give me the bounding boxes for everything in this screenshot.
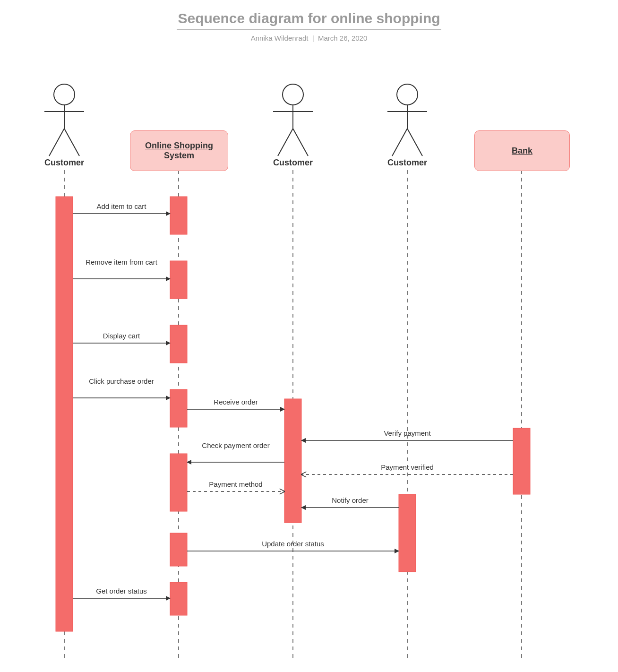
activation-customer1 — [56, 197, 73, 631]
message-label: Payment verified — [301, 463, 513, 471]
message-label: Payment method — [187, 480, 284, 488]
activation-system — [170, 454, 187, 511]
message-label: Add item to cart — [73, 202, 170, 210]
activation-bank — [513, 428, 530, 494]
message-label: Notify order — [301, 496, 399, 504]
svg-line-5 — [64, 129, 79, 156]
activation-system — [170, 389, 187, 427]
message-label: Verify payment — [301, 429, 513, 437]
actor-label-customer2: Customer — [262, 158, 324, 168]
actor-label-customer3: Customer — [377, 158, 438, 168]
message-label: Get order status — [73, 587, 170, 595]
message-label: Update order status — [187, 540, 399, 548]
activation-system — [170, 325, 187, 363]
svg-line-12 — [293, 129, 308, 156]
object-header-label-bank: Bank — [512, 146, 532, 156]
object-header-label-system: Online Shopping System — [130, 141, 228, 161]
message-label: Click purchase order — [73, 377, 170, 385]
svg-line-4 — [49, 129, 64, 156]
activation-customer3 — [399, 494, 416, 572]
svg-point-1 — [54, 84, 75, 105]
activation-system — [170, 261, 187, 299]
actor-label-customer1: Customer — [34, 158, 95, 168]
message-label: Check payment order — [187, 441, 284, 449]
activation-system — [170, 533, 187, 566]
activation-system — [170, 197, 187, 234]
svg-line-18 — [407, 129, 422, 156]
activation-customer2 — [284, 399, 301, 523]
message-label: Receive order — [187, 398, 284, 406]
object-header-bank: Bank — [474, 130, 570, 171]
svg-point-8 — [283, 84, 303, 105]
svg-line-17 — [392, 129, 407, 156]
message-label: Display cart — [73, 332, 170, 340]
activation-system — [170, 582, 187, 615]
message-label: Remove item from cart — [73, 258, 170, 266]
svg-line-11 — [278, 129, 293, 156]
svg-point-14 — [397, 84, 418, 105]
object-header-system: Online Shopping System — [130, 130, 228, 171]
